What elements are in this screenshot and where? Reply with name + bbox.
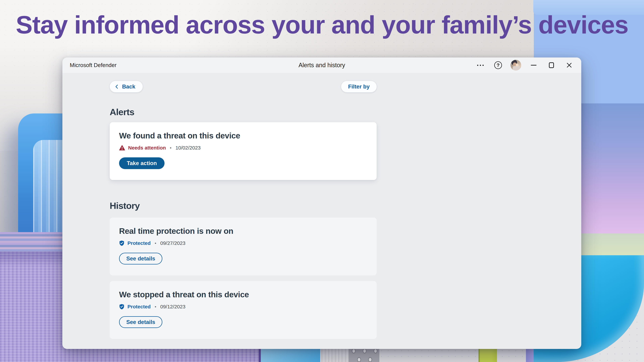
wallpaper-blue-slab-ribs — [33, 140, 67, 233]
back-label: Back — [122, 83, 135, 90]
ellipsis-icon — [477, 65, 484, 66]
history-status-row: Protected • 09/12/2023 — [119, 304, 367, 310]
alert-date: 10/02/2023 — [176, 145, 200, 151]
chevron-left-icon — [114, 84, 120, 89]
history-card: Real time protection is now on Protected… — [110, 218, 377, 275]
shield-check-icon — [119, 304, 124, 310]
wallpaper-fuzzy-gradient — [580, 103, 644, 234]
alert-card-title: We found a threat on this device — [119, 131, 367, 141]
wallpaper-bottom-purple-sliver — [259, 348, 261, 362]
wallpaper-bottom-brushed-panel — [320, 348, 349, 362]
wallpaper-bottom-blue-panel — [261, 348, 320, 362]
close-button[interactable] — [563, 59, 575, 71]
more-button[interactable] — [474, 59, 486, 71]
filter-by-label: Filter by — [348, 83, 370, 90]
account-button[interactable] — [510, 59, 522, 71]
desktop-headline: Stay informed across your and your famil… — [0, 10, 644, 39]
alert-status-label: Needs attention — [128, 145, 166, 151]
history-card: We stopped a threat on this device Prote… — [110, 281, 377, 339]
minimize-icon — [531, 65, 536, 65]
close-icon — [566, 62, 572, 68]
take-action-button[interactable]: Take action — [119, 157, 164, 169]
history-card-title: Real time protection is now on — [119, 226, 367, 236]
toolbar: Back Filter by — [110, 81, 377, 92]
see-details-button[interactable]: See details — [119, 253, 162, 265]
see-details-button[interactable]: See details — [119, 316, 162, 328]
titlebar[interactable]: Microsoft Defender Alerts and history ? — [62, 57, 581, 73]
wallpaper-bottom-lavender-strip — [526, 348, 534, 362]
history-date: 09/27/2023 — [160, 240, 185, 246]
separator-dot: • — [170, 145, 172, 150]
separator-dot: • — [155, 304, 156, 309]
maximize-icon — [549, 62, 554, 68]
wallpaper-iridescent-stripes — [0, 232, 67, 253]
history-card-title: We stopped a threat on this device — [119, 290, 367, 300]
minimize-button[interactable] — [528, 59, 540, 71]
alerts-heading: Alerts — [110, 107, 377, 117]
help-button[interactable]: ? — [492, 59, 504, 71]
history-date: 09/12/2023 — [160, 304, 185, 310]
titlebar-controls: ? — [474, 57, 575, 73]
defender-window: Microsoft Defender Alerts and history ? — [62, 57, 581, 349]
back-button[interactable]: Back — [110, 81, 143, 92]
avatar — [510, 60, 521, 70]
wallpaper-bottom-yellow-strip — [478, 348, 497, 362]
separator-dot: • — [155, 241, 156, 246]
alert-card: We found a threat on this device Needs a… — [110, 122, 377, 180]
history-status-row: Protected • 09/27/2023 — [119, 240, 367, 246]
history-status-label: Protected — [128, 304, 150, 310]
window-content: Back Filter by Alerts We found a threat … — [110, 73, 377, 339]
history-status-label: Protected — [128, 240, 150, 246]
history-heading: History — [110, 200, 377, 211]
wallpaper-bottom-speckle — [378, 348, 531, 362]
wallpaper-green-band — [580, 233, 644, 256]
help-icon: ? — [494, 61, 502, 69]
shield-check-icon — [119, 240, 124, 246]
warning-triangle-icon — [119, 145, 125, 151]
wallpaper-blue-slab — [18, 113, 67, 233]
filter-by-button[interactable]: Filter by — [341, 81, 377, 92]
wallpaper-bottom-dotted-panel — [349, 348, 379, 362]
alert-status-row: Needs attention • 10/02/2023 — [119, 145, 367, 151]
maximize-button[interactable] — [546, 59, 558, 71]
